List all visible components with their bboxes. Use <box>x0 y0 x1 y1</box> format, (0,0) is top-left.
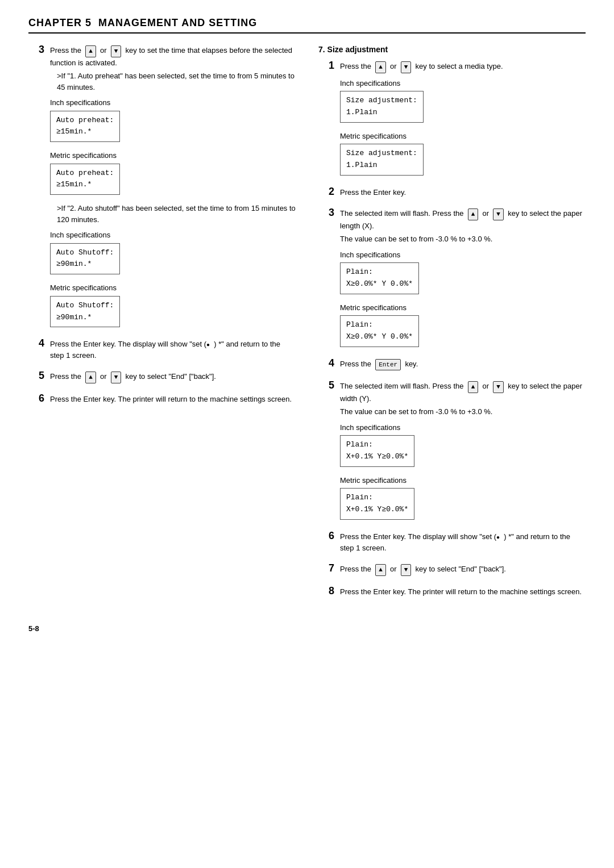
step-6-number: 6 <box>28 393 44 404</box>
r-step-3: 3 The selected item will flash. Press th… <box>318 208 586 350</box>
inch-spec-label-1: Inch specifications <box>50 97 296 108</box>
r-step-3-content: The selected item will flash. Press the … <box>340 208 586 350</box>
r-inch-lcd-1: Size adjustment: 1.Plain <box>340 91 424 123</box>
r-step-7-text: Press the ▲ or ▼ key to select "End" ["b… <box>340 564 586 576</box>
r-step-8-text: Press the Enter key. The printer will re… <box>340 586 586 598</box>
r-inch-label-1: Inch specifications <box>340 78 586 89</box>
r-down-key-3[interactable]: ▼ <box>493 208 504 220</box>
r-step-4: 4 Press the Enter key. <box>318 358 586 373</box>
r-metric-lcd-5: Plain: X+0.1% Y≥0.0%* <box>340 488 414 520</box>
r-inch-lcd-3: Plain: X≥0.0%* Y 0.0%* <box>340 262 419 294</box>
metric-spec-label-1: Metric specifications <box>50 150 296 161</box>
r-up-key-7[interactable]: ▲ <box>375 564 386 576</box>
metric-lcd-2: Auto Shutoff: ≥90min.* <box>50 296 120 328</box>
up-key[interactable]: ▲ <box>85 45 96 57</box>
metric-lcd-1: Auto preheat: ≥15min.* <box>50 164 120 195</box>
r-step-1: 1 Press the ▲ or ▼ key to select a media… <box>318 61 586 179</box>
step-3-text: Press the ▲ or ▼ key to set the time tha… <box>50 45 296 68</box>
r-enter-key-4[interactable]: Enter <box>375 359 401 371</box>
step-3-note2: >If "2. Auto shutoff" has been selected,… <box>50 203 296 225</box>
step-5-text: Press the ▲ or ▼ key to select "End" ["b… <box>50 371 296 383</box>
step-6-text: Press the Enter key. The printer will re… <box>50 394 296 405</box>
r-step-8-content: Press the Enter key. The printer will re… <box>340 586 586 600</box>
r-down-key-7[interactable]: ▼ <box>401 564 412 576</box>
r-step-2: 2 Press the Enter key. <box>318 187 586 201</box>
r-step-2-text: Press the Enter key. <box>340 187 586 198</box>
inch-spec-label-2: Inch specifications <box>50 229 296 241</box>
r-step-2-number: 2 <box>318 186 334 198</box>
step-3-content: Press the ▲ or ▼ key to set the time tha… <box>50 45 296 331</box>
page-number: 5-8 <box>28 624 586 633</box>
r-step-6-number: 6 <box>318 530 334 542</box>
step-3: 3 Press the ▲ or ▼ key to set the time t… <box>28 45 296 331</box>
r-step-6-content: Press the Enter key. The display will sh… <box>340 531 586 556</box>
r-metric-lcd-1: Size adjustment: 1.Plain <box>340 144 424 176</box>
step-5-content: Press the ▲ or ▼ key to select "End" ["b… <box>50 371 296 386</box>
step-5-number: 5 <box>28 370 44 382</box>
r-step-2-content: Press the Enter key. <box>340 187 586 201</box>
step-6: 6 Press the Enter key. The printer will … <box>28 394 296 407</box>
r-step-7: 7 Press the ▲ or ▼ key to select "End" [… <box>318 564 586 578</box>
right-column: 7. Size adjustment 1 Press the ▲ or ▼ ke… <box>318 45 586 607</box>
r-step-4-content: Press the Enter key. <box>340 358 586 373</box>
r-metric-label-1: Metric specifications <box>340 131 586 142</box>
r-step-6: 6 Press the Enter key. The display will … <box>318 531 586 556</box>
step-4-content: Press the Enter key. The display will sh… <box>50 339 296 363</box>
down-key-5[interactable]: ▼ <box>111 372 122 383</box>
r-step-5-number: 5 <box>318 379 334 391</box>
r-metric-label-3: Metric specifications <box>340 302 586 314</box>
step-4-number: 4 <box>28 337 44 349</box>
r-metric-lcd-3: Plain: X≥0.0%* Y 0.0%* <box>340 315 419 347</box>
chapter-header: CHAPTER 5 MANAGEMENT AND SETTING <box>28 17 586 34</box>
r-inch-label-3: Inch specifications <box>340 249 586 261</box>
main-content: 3 Press the ▲ or ▼ key to set the time t… <box>28 45 586 607</box>
r-step-3-number: 3 <box>318 207 334 219</box>
metric-spec-label-2: Metric specifications <box>50 282 296 294</box>
r-step-1-content: Press the ▲ or ▼ key to select a media t… <box>340 61 586 179</box>
section-7-title: 7. Size adjustment <box>318 45 586 54</box>
r-step-5-text: The selected item will flash. Press the … <box>340 381 586 404</box>
r-step-8-number: 8 <box>318 585 334 597</box>
r-step-3-text: The selected item will flash. Press the … <box>340 208 586 231</box>
r-step-5-content: The selected item will flash. Press the … <box>340 381 586 523</box>
r-step-4-number: 4 <box>318 357 334 369</box>
r-step-5: 5 The selected item will flash. Press th… <box>318 381 586 523</box>
step-5: 5 Press the ▲ or ▼ key to select "End" [… <box>28 371 296 386</box>
r-step-1-number: 1 <box>318 60 334 72</box>
up-key-5[interactable]: ▲ <box>85 372 96 383</box>
step-4-text: Press the Enter key. The display will sh… <box>50 339 296 361</box>
chapter-title: CHAPTER 5 MANAGEMENT AND SETTING <box>28 17 586 29</box>
r-inch-lcd-5: Plain: X+0.1% Y≥0.0%* <box>340 435 414 467</box>
left-column: 3 Press the ▲ or ▼ key to set the time t… <box>28 45 296 607</box>
step-4: 4 Press the Enter key. The display will … <box>28 339 296 363</box>
down-key[interactable]: ▼ <box>111 45 122 57</box>
inch-lcd-1: Auto preheat: ≥15min.* <box>50 111 120 143</box>
r-step-7-content: Press the ▲ or ▼ key to select "End" ["b… <box>340 564 586 578</box>
r-down-key-1[interactable]: ▼ <box>401 61 412 73</box>
r-inch-label-5: Inch specifications <box>340 422 586 433</box>
page-wrapper: CHAPTER 5 MANAGEMENT AND SETTING 3 Press… <box>28 17 586 633</box>
r-up-key-5[interactable]: ▲ <box>468 381 479 393</box>
step-3-note1: >If "1. Auto preheat" has been selected,… <box>50 70 296 93</box>
r-step-1-text: Press the ▲ or ▼ key to select a media t… <box>340 61 586 73</box>
step-6-content: Press the Enter key. The printer will re… <box>50 394 296 407</box>
r-down-key-5[interactable]: ▼ <box>493 381 504 393</box>
r-up-key-3[interactable]: ▲ <box>468 208 479 220</box>
r-step-6-text: Press the Enter key. The display will sh… <box>340 531 586 553</box>
r-step-4-text: Press the Enter key. <box>340 358 586 371</box>
r-step-3-note: The value can be set to from -3.0 % to +… <box>340 233 586 245</box>
r-step-7-number: 7 <box>318 562 334 574</box>
step-3-number: 3 <box>28 44 44 56</box>
r-metric-label-5: Metric specifications <box>340 475 586 486</box>
r-step-8: 8 Press the Enter key. The printer will … <box>318 586 586 600</box>
inch-lcd-2: Auto Shutoff: ≥90min.* <box>50 243 120 275</box>
r-up-key-1[interactable]: ▲ <box>375 61 386 73</box>
r-step-5-note: The value can be set to from -3.0 % to +… <box>340 406 586 418</box>
